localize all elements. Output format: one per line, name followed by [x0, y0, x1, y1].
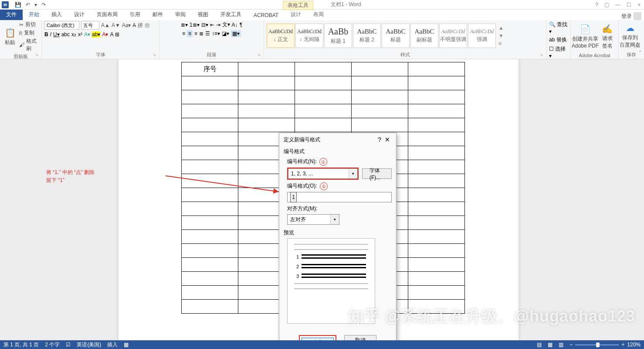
- paragraph-launcher-icon[interactable]: ⤡: [258, 53, 261, 57]
- minimize-icon[interactable]: —: [615, 2, 620, 8]
- distributed-icon[interactable]: ☰: [205, 31, 210, 37]
- tab-developer[interactable]: 开发工具: [214, 9, 247, 20]
- tab-design[interactable]: 设计: [68, 9, 91, 20]
- sort-icon[interactable]: A↓: [232, 22, 238, 28]
- char-border-icon[interactable]: ⊞: [115, 31, 119, 38]
- shading-icon[interactable]: ◪▾: [222, 31, 229, 37]
- status-language[interactable]: 英语(美国): [77, 341, 101, 349]
- font-name-combo[interactable]: Calibri (西文): [44, 21, 79, 30]
- style-title[interactable]: AaBbC标题: [382, 24, 410, 48]
- find-button[interactable]: 🔍 查找 ▾: [549, 21, 568, 34]
- status-insert-mode[interactable]: 插入: [107, 341, 118, 349]
- font-size-combo[interactable]: 五号: [81, 21, 99, 30]
- login-link[interactable]: 登录: [621, 12, 644, 20]
- zoom-level[interactable]: 120%: [627, 342, 641, 348]
- chevron-down-icon[interactable]: ▾: [349, 169, 357, 178]
- style-nospacing[interactable]: AaBbCcDd↓ 无间隔: [295, 24, 323, 48]
- dialog-close-icon[interactable]: ✕: [383, 136, 392, 143]
- tab-table-layout[interactable]: 布局: [307, 9, 330, 20]
- tab-references[interactable]: 引用: [124, 9, 146, 20]
- chevron-down-icon[interactable]: ▾: [330, 215, 339, 224]
- styles-more-icon[interactable]: ≡: [498, 41, 504, 47]
- style-emphasis[interactable]: AaBbCcDd强调: [468, 24, 496, 48]
- replace-button[interactable]: ab 替换: [549, 36, 567, 44]
- phonetic-icon[interactable]: 拼: [138, 22, 143, 29]
- status-page[interactable]: 第 1 页, 共 1 页: [3, 341, 39, 349]
- tab-table-design[interactable]: 设计: [285, 9, 307, 20]
- borders-icon[interactable]: ▦▾: [231, 30, 241, 37]
- highlight-icon[interactable]: ab▾: [92, 31, 100, 38]
- italic-button[interactable]: I: [50, 31, 51, 38]
- tab-view[interactable]: 视图: [192, 9, 214, 20]
- styles-gallery[interactable]: AaBbCcDd↓ 正文 AaBbCcDd↓ 无间隔 AaBb标题 1 AaBb…: [267, 24, 496, 48]
- zoom-in-button[interactable]: +: [621, 342, 624, 348]
- style-heading2[interactable]: AaBbC标题 2: [353, 24, 381, 48]
- close-icon[interactable]: ×: [637, 2, 641, 8]
- status-words[interactable]: 2 个字: [45, 341, 60, 349]
- save-icon[interactable]: 💾: [15, 2, 21, 8]
- tab-acrobat[interactable]: ACROBAT: [247, 10, 285, 20]
- number-style-combo[interactable]: 1, 2, 3, ...▾: [288, 168, 358, 179]
- zoom-slider[interactable]: [575, 344, 619, 346]
- text-effects-icon[interactable]: A▾: [84, 31, 90, 38]
- grow-font-icon[interactable]: A▲: [101, 22, 110, 28]
- tab-insert[interactable]: 插入: [45, 9, 68, 20]
- ribbon-options-icon[interactable]: ▢: [604, 2, 609, 8]
- align-right-icon[interactable]: ≡: [194, 31, 197, 37]
- clipboard-launcher-icon[interactable]: ⤡: [35, 53, 39, 57]
- dec-indent-icon[interactable]: ⇤: [210, 22, 214, 28]
- view-print-icon[interactable]: ▦: [548, 342, 552, 348]
- tab-layout[interactable]: 页面布局: [91, 9, 124, 20]
- tab-review[interactable]: 审阅: [169, 9, 192, 20]
- style-normal[interactable]: AaBbCcDd↓ 正文: [267, 24, 295, 48]
- strike-button[interactable]: abc: [61, 31, 70, 38]
- superscript-button[interactable]: x²: [78, 31, 82, 38]
- tab-home[interactable]: 开始: [23, 8, 45, 20]
- status-macro-icon[interactable]: ▦: [124, 342, 129, 348]
- copy-button[interactable]: ⎘复制: [19, 29, 39, 37]
- clear-format-icon[interactable]: A̶: [132, 22, 136, 28]
- align-left-icon[interactable]: ≡: [182, 31, 185, 37]
- styles-launcher-icon[interactable]: ⤡: [540, 53, 543, 57]
- status-spell-icon[interactable]: ☑: [66, 342, 71, 348]
- change-case-icon[interactable]: Aa▾: [122, 22, 131, 28]
- enclose-icon[interactable]: ㊞: [145, 22, 150, 29]
- qat-more-icon[interactable]: ▾: [34, 2, 37, 8]
- underline-button[interactable]: U▾: [53, 31, 60, 38]
- alignment-combo[interactable]: 左对齐▾: [287, 214, 339, 225]
- redo-icon[interactable]: ↷: [41, 2, 46, 8]
- paste-button[interactable]: 📋粘贴: [3, 27, 17, 46]
- view-web-icon[interactable]: ▥: [559, 342, 563, 348]
- multilevel-icon[interactable]: ⊟▾: [201, 22, 208, 28]
- line-spacing-icon[interactable]: ↕≡▾: [212, 31, 220, 37]
- styles-up-icon[interactable]: ▲: [498, 25, 504, 31]
- table-header-cell[interactable]: 序号: [182, 62, 238, 76]
- request-sign-button[interactable]: ✍请求 签名: [599, 24, 616, 50]
- help-icon[interactable]: ?: [595, 2, 598, 8]
- view-read-icon[interactable]: ▤: [537, 342, 542, 348]
- justify-icon[interactable]: ≣: [199, 31, 203, 37]
- shrink-font-icon[interactable]: A▼: [112, 22, 120, 28]
- select-button[interactable]: ☐ 选择 ▾: [549, 45, 568, 59]
- save-baidu-button[interactable]: ☁保存到 百度网盘: [621, 23, 639, 49]
- style-subtitle[interactable]: AaBbC副标题: [410, 24, 438, 48]
- cancel-button[interactable]: 取消: [344, 335, 376, 340]
- align-center-icon[interactable]: ≡: [187, 30, 193, 37]
- zoom-out-button[interactable]: −: [569, 342, 573, 348]
- font-button[interactable]: 字体(F)...: [362, 168, 392, 179]
- show-marks-icon[interactable]: ¶: [240, 22, 242, 28]
- maximize-icon[interactable]: ☐: [627, 2, 631, 8]
- collapse-ribbon-icon[interactable]: ˄: [639, 50, 641, 56]
- char-shading-icon[interactable]: A: [110, 31, 113, 38]
- styles-down-icon[interactable]: ▼: [498, 33, 504, 39]
- tab-file[interactable]: 文件: [0, 9, 23, 20]
- inc-indent-icon[interactable]: ⇥: [216, 22, 220, 28]
- dialog-help-icon[interactable]: ?: [376, 136, 383, 143]
- create-pdf-button[interactable]: 📄创建并共享 Adobe PDF: [573, 24, 597, 49]
- numbering-icon[interactable]: 1≣▾: [190, 22, 200, 28]
- cut-button[interactable]: ✂剪切: [19, 21, 39, 28]
- number-format-input[interactable]: 1: [287, 192, 392, 202]
- style-subtle-emph[interactable]: AaBbCcDd不明显强调: [439, 24, 467, 48]
- bullets-icon[interactable]: ≣▾: [181, 22, 188, 28]
- style-heading1[interactable]: AaBb标题 1: [324, 24, 352, 48]
